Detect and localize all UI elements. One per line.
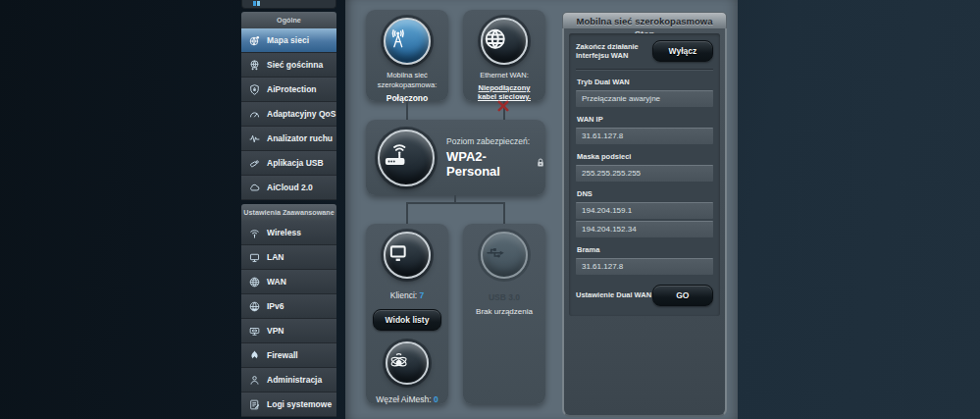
field-label: WAN IP (577, 115, 712, 124)
sidebar-section-header: Ustawienia Zaawansowane (241, 204, 336, 221)
mobile-broadband-card: Mobilna sieć szerokopasmowa: Połączono (366, 10, 448, 101)
usb-title: USB 3.0 (489, 292, 520, 302)
clients-count: 7 (420, 290, 425, 300)
sidebar-item-aplikacja-usb[interactable]: Aplikacja USB (241, 151, 336, 176)
wan-disable-label: Zakończ działanie interfejsu WAN (576, 42, 652, 61)
field-label: DNS (577, 189, 712, 198)
wan-globe-icon (247, 275, 261, 288)
ethernet-wan-circle[interactable] (481, 18, 528, 65)
wireless-icon (247, 226, 261, 239)
shield-icon (247, 82, 261, 96)
sidebar-menu: OgólneMapa sieciSieć gościnnaAiProtectio… (241, 12, 336, 417)
network-map-icon (247, 33, 261, 47)
sidebar-item-label: AiProtection (267, 84, 317, 94)
aimesh-circle[interactable] (386, 341, 429, 385)
panel-body: Stan Zakończ działanie interfejsu WAN Wy… (562, 28, 727, 417)
clients-circle[interactable] (384, 232, 431, 279)
field-value: Przełączanie awaryjne (576, 90, 713, 107)
sidebar-item-administracja[interactable]: Administracja (241, 368, 336, 393)
field-label: Brama (577, 245, 712, 254)
sidebar-item-ipv6[interactable]: IPv6 (241, 294, 336, 319)
sidebar-item-lan[interactable]: LAN (241, 245, 336, 270)
sidebar-item-label: VPN (267, 326, 284, 336)
sidebar-item-firewall[interactable]: Firewall (241, 343, 336, 368)
gauge-icon (247, 107, 261, 121)
ethernet-wan-card: Ethernet WAN: Niepodłączony kabel siecio… (463, 10, 545, 101)
security-level-value: WPA2-Personal (446, 149, 531, 179)
router-icon (380, 140, 433, 175)
mobile-broadband-status-circle[interactable] (384, 18, 431, 65)
sidebar-item-logi-systemowe[interactable]: Logi systemowe (241, 393, 336, 417)
connector-line (503, 202, 505, 224)
usb-circle[interactable] (481, 232, 528, 279)
lan-icon (247, 250, 261, 264)
sidebar-item-label: Administracja (267, 375, 322, 385)
dual-wan-go-button[interactable]: GO (652, 285, 713, 306)
sidebar-item-label: Mapa sieci (267, 35, 309, 45)
sidebar-item-analizator-ruchu[interactable]: Analizator ruchu (241, 127, 336, 151)
guest-network-icon (247, 58, 261, 72)
security-level-label: Poziom zabezpieczeń: (446, 136, 545, 146)
sidebar-item-wan[interactable]: WAN (241, 270, 336, 294)
sidebar-item-vpn[interactable]: VPN (241, 319, 336, 343)
field-value: 31.61.127.8 (576, 258, 713, 275)
aimesh-label: Węzeł AiMesh: (376, 394, 431, 404)
router-circle[interactable] (378, 130, 435, 186)
sidebar-item-sie-go-cinna[interactable]: Sieć gościnna (241, 53, 336, 78)
admin-icon (247, 373, 261, 387)
mobile-broadband-title: Mobilna sieć szerokopasmowa: (370, 71, 444, 89)
dual-wan-setting-label: Ustawienie Dual WAN (576, 290, 652, 300)
wan-disable-button[interactable]: Wyłącz (652, 40, 713, 62)
sidebar-item-mapa-sieci[interactable]: Mapa sieci (241, 28, 336, 53)
sidebar-item-label: LAN (267, 252, 284, 262)
aimesh-node-icon (387, 349, 427, 376)
disconnected-x-icon (496, 99, 510, 113)
connector-line (406, 101, 408, 120)
vpn-icon (247, 324, 261, 338)
clients-count-row: Klienci: 7 (390, 290, 425, 300)
connector-line (406, 202, 505, 204)
lock-icon (536, 157, 545, 172)
sidebar-section-header: Ogólne (241, 12, 336, 28)
aimesh-count: 0 (434, 394, 438, 404)
field-label: Maska podsieci (577, 152, 712, 161)
ethernet-wan-title: Ethernet WAN: (467, 71, 542, 80)
sidebar-item-label: Logi systemowe (267, 399, 332, 409)
sidebar-item-label: Wireless (267, 228, 301, 237)
sidebar-item-label: Firewall (267, 350, 298, 360)
usb-status: Brak urządzenia (476, 307, 533, 316)
sidebar-top-partial-button[interactable] (241, 0, 336, 9)
usb-connector-icon (483, 240, 526, 270)
ipv6-icon (247, 299, 261, 313)
field-value: 31.61.127.8 (576, 128, 713, 144)
connector-line (406, 202, 408, 224)
panel-content: Zakończ działanie interfejsu WAN Wyłącz … (569, 33, 720, 316)
sidebar-item-label: Sieć gościnna (267, 60, 323, 70)
usb-app-icon (247, 156, 261, 170)
aimesh-count-row: Węzeł AiMesh: 0 (376, 394, 438, 404)
sidebar-item-label: AiCloud 2.0 (267, 183, 313, 192)
sidebar-item-label: Analizator ruchu (267, 133, 333, 143)
globe-icon (483, 26, 526, 56)
sidebar-item-aicloud-2-0[interactable]: AiCloud 2.0 (241, 176, 336, 200)
field-value: 194.204.159.1 (576, 202, 713, 219)
sidebar-item-adaptacyjny-qos[interactable]: Adaptacyjny QoS (241, 102, 336, 127)
sidebar-item-label: Aplikacja USB (267, 158, 324, 168)
panel-fields: Tryb Dual WANPrzełączanie awaryjneWAN IP… (576, 78, 713, 275)
router-card: Poziom zabezpieczeń: WPA2-Personal (366, 120, 545, 195)
clients-card: Klienci: 7 Widok listy Węzeł AiMesh: 0 (366, 224, 448, 404)
traffic-analyzer-icon (247, 131, 261, 145)
list-view-button[interactable]: Widok listy (373, 309, 442, 331)
field-value: 255.255.255.255 (576, 165, 713, 182)
client-monitor-icon (386, 240, 429, 270)
sidebar: OgólneMapa sieciSieć gościnnaAiProtectio… (241, 0, 336, 417)
mobile-broadband-panel: Mobilna sieć szerokopasmowa Stan Zakończ… (562, 12, 727, 417)
clients-label: Klienci: (390, 290, 417, 300)
cloud-icon (247, 181, 261, 194)
sidebar-item-aiprotection[interactable]: AiProtection (241, 78, 336, 102)
sidebar-item-wireless[interactable]: Wireless (241, 221, 336, 245)
sidebar-item-label: IPv6 (267, 301, 284, 311)
firewall-icon (247, 348, 261, 362)
system-log-icon (247, 397, 261, 411)
panel-title: Mobilna sieć szerokopasmowa (562, 12, 727, 28)
